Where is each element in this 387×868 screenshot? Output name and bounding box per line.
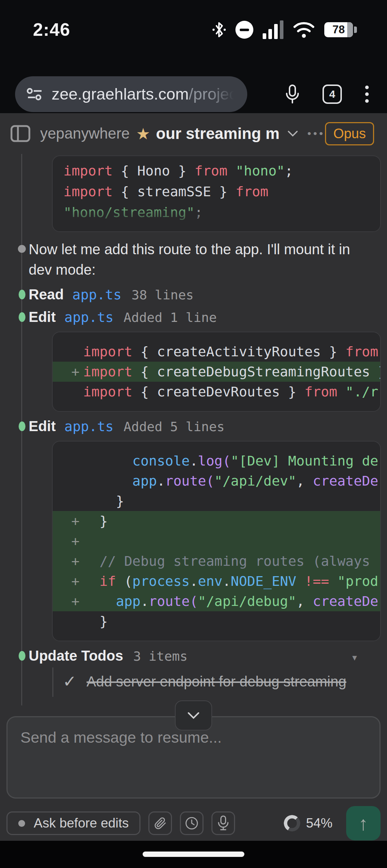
browser-menu-icon[interactable] xyxy=(365,85,369,103)
diff-line-added: + xyxy=(53,531,380,551)
tool-bullet xyxy=(19,290,25,299)
conversation-menu-icon[interactable]: ••• xyxy=(307,127,325,140)
tool-meta: 3 items xyxy=(133,649,188,664)
todos-expander-icon[interactable]: ▾ xyxy=(352,652,357,663)
tool-row-edit-1[interactable]: Edit app.ts Added 1 line xyxy=(29,309,373,325)
tool-row-update-todos[interactable]: Update Todos 3 items ▾ xyxy=(29,648,373,664)
address-bar[interactable]: zee.graehlarts.com/projects/ xyxy=(15,76,247,112)
diff-line-added: + // Debug streaming routes (always xyxy=(53,551,380,571)
status-bar: 2:46 78 xyxy=(0,0,387,75)
diff-line-added: +import { createDebugStreamingRoutes } xyxy=(53,362,380,382)
check-icon: ✓ xyxy=(63,672,77,691)
diff-line: app.route("/api/dev", createDe xyxy=(53,471,380,491)
system-navigation-area xyxy=(0,841,387,868)
sidebar-toggle-icon[interactable] xyxy=(10,123,31,144)
diff-line: import { createActivityRoutes } from xyxy=(53,342,380,362)
tool-file-link[interactable]: app.ts xyxy=(72,287,121,303)
diff-block-2[interactable]: console.log("[Dev] Mounting de app.route… xyxy=(52,441,381,641)
wifi-icon xyxy=(293,21,315,38)
clock-icon xyxy=(185,816,199,830)
bluetooth-icon xyxy=(212,21,226,39)
star-icon[interactable]: ★ xyxy=(136,125,150,143)
status-icons: 78 xyxy=(212,20,357,39)
tool-action: Update Todos xyxy=(29,648,123,664)
diff-line: console.log("[Dev] Mounting de xyxy=(53,451,380,471)
attach-file-button[interactable] xyxy=(148,811,172,835)
tool-bullet xyxy=(19,421,25,431)
clock: 2:46 xyxy=(33,19,70,40)
diff-line-added: + } xyxy=(53,511,380,531)
diff-line: } xyxy=(53,491,380,511)
code-preview-card[interactable]: import { Hono } from "hono"; import { st… xyxy=(52,155,381,232)
site-settings-icon[interactable] xyxy=(27,87,43,101)
code-line: import { streamSSE } from xyxy=(63,181,380,202)
permission-mode-button[interactable]: Ask before edits xyxy=(6,811,140,835)
todo-list: ✓ Add server endpoint for debug streamin… xyxy=(52,667,387,697)
model-badge[interactable]: Opus xyxy=(325,122,374,145)
tool-bullet xyxy=(19,651,25,661)
history-button[interactable] xyxy=(180,811,204,835)
chat-scroll-area[interactable]: import { Hono } from "hono"; import { st… xyxy=(0,154,387,705)
battery-icon: 78 xyxy=(324,22,357,37)
todo-item-text: Add server endpoint for debug streaming xyxy=(87,674,347,690)
tab-switcher-button[interactable]: 4 xyxy=(322,85,342,104)
code-line: import { Hono } from "hono"; xyxy=(63,160,380,181)
battery-percent: 78 xyxy=(333,23,345,36)
url-text[interactable]: zee.graehlarts.com/projects/ xyxy=(52,85,236,103)
context-usage: 54% xyxy=(284,815,333,831)
context-ring-icon xyxy=(284,815,300,831)
app-header: yepanywhere ★ our streaming markdo… ••• … xyxy=(0,113,387,154)
assistant-message: Now let me add this route to the app. I'… xyxy=(29,239,371,280)
voice-search-icon[interactable] xyxy=(285,84,300,104)
diff-line-added: + if (process.env.NODE_ENV !== "prod xyxy=(53,571,380,591)
chevron-down-icon[interactable] xyxy=(287,130,298,137)
paperclip-icon xyxy=(153,816,167,830)
composer-toolbar: Ask before edits xyxy=(6,806,381,841)
send-button[interactable]: ↑ xyxy=(346,806,381,840)
tool-row-edit-2[interactable]: Edit app.ts Added 5 lines xyxy=(29,418,373,434)
tool-row-read[interactable]: Read app.ts 38 lines xyxy=(29,286,373,303)
tool-action: Edit xyxy=(29,418,56,434)
tool-meta: Added 5 lines xyxy=(124,419,225,434)
tool-meta: Added 1 line xyxy=(124,310,217,325)
mode-dot-icon xyxy=(18,820,25,827)
tool-action: Read xyxy=(29,286,64,303)
scroll-to-bottom-button[interactable] xyxy=(175,700,212,730)
permission-mode-label: Ask before edits xyxy=(34,816,129,831)
assistant-message-text: Now let me add this route to the app. I'… xyxy=(29,241,350,278)
context-percent: 54% xyxy=(306,816,333,831)
fade-overlay xyxy=(53,201,380,231)
mic-icon xyxy=(217,815,229,831)
tool-file-link[interactable]: app.ts xyxy=(64,419,114,434)
tool-action: Edit xyxy=(29,309,56,325)
diff-line-added: + app.route("/api/debug", createDe xyxy=(53,591,380,611)
browser-toolbar: zee.graehlarts.com/projects/ 4 xyxy=(0,75,387,113)
tool-bullet xyxy=(19,312,25,322)
diff-line: } xyxy=(53,611,380,631)
composer: Ask before edits xyxy=(0,716,387,841)
conversation-title[interactable]: our streaming markdo… xyxy=(156,125,279,143)
diff-line: import { createDevRoutes } from "./r xyxy=(53,382,380,402)
do-not-disturb-icon xyxy=(235,21,253,39)
arrow-up-icon: ↑ xyxy=(359,812,368,834)
home-indicator[interactable] xyxy=(143,852,244,857)
tool-file-link[interactable]: app.ts xyxy=(64,309,114,325)
url-path: /projects/ xyxy=(189,85,236,103)
app-name[interactable]: yepanywhere xyxy=(40,125,130,142)
message-bullet xyxy=(18,245,26,253)
voice-input-button[interactable] xyxy=(211,811,235,835)
todo-item: ✓ Add server endpoint for debug streamin… xyxy=(63,672,387,691)
signal-icon xyxy=(263,20,283,39)
diff-block-1[interactable]: import { createActivityRoutes } from +im… xyxy=(52,332,381,412)
tool-meta: 38 lines xyxy=(132,288,194,302)
